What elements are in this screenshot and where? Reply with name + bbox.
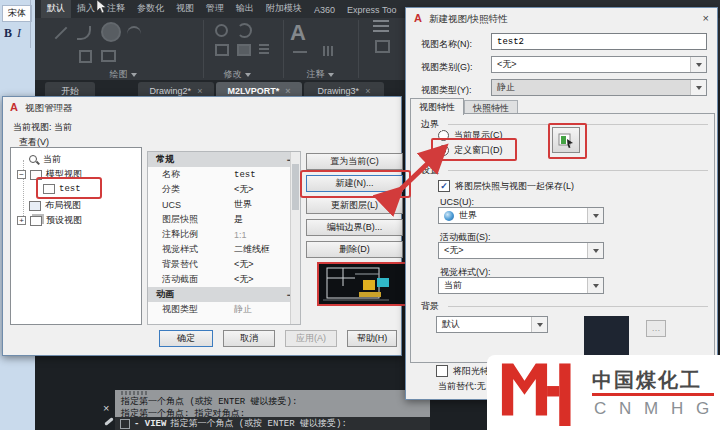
modify-rotate-icon[interactable] bbox=[237, 23, 252, 38]
cancel-button[interactable]: 取消 bbox=[223, 330, 275, 347]
tree-item-current[interactable]: 当前 bbox=[29, 153, 61, 166]
checkbox-icon[interactable]: ✓ bbox=[438, 180, 450, 192]
dialog-title: 新建视图/快照特性 bbox=[429, 12, 508, 25]
command-history[interactable]: 指定第一个角点 (或按 ENTER 键以接受): 指定第一个角点: 指定对角点: bbox=[115, 390, 430, 417]
collapse-icon[interactable]: − bbox=[17, 170, 26, 179]
view-type-combo[interactable]: 静止 bbox=[491, 79, 707, 96]
property-row: 分类<无> bbox=[148, 182, 300, 197]
delete-button[interactable]: 删除(D) bbox=[306, 241, 403, 258]
ribbon-tab-output[interactable]: 输出 bbox=[230, 0, 260, 18]
new-view-button[interactable]: 新建(N)... bbox=[306, 175, 403, 192]
close-icon[interactable]: × bbox=[197, 86, 202, 96]
radio-current-display[interactable]: 当前显示(C) bbox=[438, 129, 503, 141]
ribbon-tab-a360[interactable]: A360 bbox=[308, 2, 341, 18]
group-divider bbox=[448, 306, 708, 307]
close-icon[interactable]: × bbox=[285, 86, 290, 96]
checkbox-icon[interactable] bbox=[436, 365, 448, 377]
dimension-icon[interactable] bbox=[293, 51, 307, 53]
view-thumbnail bbox=[317, 262, 407, 306]
animation-section-header[interactable]: 动画− bbox=[148, 287, 300, 302]
modify-array-icon[interactable] bbox=[259, 44, 269, 54]
group-divider bbox=[448, 124, 708, 125]
ribbon-tab-view[interactable]: 视图 bbox=[170, 0, 200, 18]
layer-props-icon[interactable] bbox=[375, 40, 390, 53]
text-style-icon[interactable]: A bbox=[290, 20, 306, 46]
command-close-icon[interactable]: × bbox=[103, 402, 109, 414]
tree-item-layout-views[interactable]: 布局视图 bbox=[29, 199, 81, 212]
chevron-down-icon bbox=[245, 73, 251, 77]
dialog-title: 视图管理器 bbox=[25, 101, 73, 114]
bold-button[interactable]: B bbox=[4, 26, 12, 41]
modify-erase-icon[interactable] bbox=[215, 44, 229, 56]
drag-handle[interactable] bbox=[121, 391, 147, 395]
new-view-titlebar[interactable]: A 新建视图/快照特性 bbox=[406, 8, 720, 28]
scrollbar[interactable] bbox=[290, 152, 300, 324]
radio-icon[interactable] bbox=[438, 145, 449, 156]
view-manager-titlebar[interactable]: A 视图管理器 bbox=[3, 97, 408, 117]
radio-define-window[interactable]: 定义窗口(D) bbox=[438, 144, 503, 156]
tree-item-model-views[interactable]: − 模型视图 bbox=[17, 168, 82, 181]
pick-window-button[interactable] bbox=[552, 127, 580, 153]
expand-icon[interactable]: + bbox=[17, 216, 26, 225]
view-tree[interactable]: 当前 − 模型视图 test 布局视图 + 预设视图 bbox=[10, 147, 142, 325]
draw-polyline-icon[interactable] bbox=[77, 26, 91, 40]
background-combo[interactable]: 默认 bbox=[436, 316, 548, 333]
modify-move-icon[interactable] bbox=[215, 24, 228, 37]
command-prompt: 指定第一个角点 (或按 ENTER 键以接受): bbox=[170, 418, 346, 430]
italic-button[interactable]: I bbox=[17, 26, 21, 41]
tree-item-test[interactable]: test bbox=[43, 184, 81, 194]
ribbon-tab-default[interactable]: 默认 bbox=[41, 0, 71, 18]
globe-icon bbox=[444, 211, 454, 221]
screenshot-root: 宋体 B I 默认 插入 注释 参数化 视图 管理 输出 附加模块 A360 E… bbox=[0, 0, 720, 430]
visual-style-combo[interactable]: 当前 bbox=[438, 277, 604, 294]
set-current-button[interactable]: 置为当前(C) bbox=[306, 153, 403, 170]
command-input-line[interactable]: - VIEW 指定第一个角点 (或按 ENTER 键以接受): bbox=[115, 417, 430, 430]
view-properties-panel: 常规− 名称test 分类<无> UCS世界 图层快照是 注释比例1:1 视觉样… bbox=[147, 151, 301, 325]
view-name-input[interactable]: test2 bbox=[491, 33, 707, 50]
draw-hatch-icon[interactable] bbox=[79, 50, 92, 63]
general-section-header[interactable]: 常规− bbox=[148, 152, 300, 167]
tab-view-properties[interactable]: 视图特性 bbox=[410, 98, 464, 115]
edit-boundaries-button[interactable]: 编辑边界(B)... bbox=[306, 219, 403, 236]
draw-rect-icon[interactable] bbox=[101, 50, 116, 62]
background-more-button[interactable]: … bbox=[646, 320, 666, 337]
toolbar-divider bbox=[30, 0, 31, 48]
draw-arc-icon[interactable] bbox=[127, 26, 141, 42]
draw-line-icon[interactable] bbox=[55, 27, 68, 40]
layer-snapshot-checkbox[interactable]: ✓ 将图层快照与视图一起保存(L) bbox=[438, 180, 574, 192]
update-layers-button[interactable]: 更新图层(L) bbox=[306, 197, 403, 214]
command-icon bbox=[120, 419, 130, 429]
table-icon[interactable] bbox=[323, 46, 334, 56]
chevron-down-icon bbox=[690, 57, 706, 72]
draw-circle-icon[interactable] bbox=[101, 22, 121, 42]
wrench-icon[interactable] bbox=[104, 417, 114, 426]
live-section-combo[interactable]: <无> bbox=[438, 242, 604, 259]
chevron-down-icon bbox=[131, 73, 137, 77]
group-divider bbox=[448, 170, 708, 171]
ribbon-tab-addins[interactable]: 附加模块 bbox=[260, 0, 308, 18]
pick-window-icon bbox=[558, 132, 574, 148]
new-view-dialog: A 新建视图/快照特性 × 视图名称(N): test2 视图类别(G): <无… bbox=[405, 7, 718, 400]
current-view-line: 当前视图: 当前 bbox=[13, 121, 72, 133]
font-name-box[interactable]: 宋体 bbox=[2, 5, 32, 22]
property-row: 视觉样式二维线框 bbox=[148, 242, 300, 257]
tree-item-preset-views[interactable]: + 预设视图 bbox=[17, 214, 82, 227]
close-icon[interactable]: × bbox=[365, 86, 370, 96]
autocad-logo-icon: A bbox=[414, 12, 422, 24]
apply-button[interactable]: 应用(A) bbox=[285, 330, 337, 347]
close-icon[interactable]: × bbox=[703, 12, 709, 24]
ribbon-tab-express[interactable]: Express Too bbox=[341, 2, 402, 18]
radio-icon[interactable] bbox=[438, 130, 449, 141]
scrollbar-thumb[interactable] bbox=[292, 164, 299, 210]
help-button[interactable]: 帮助(H) bbox=[347, 330, 397, 347]
ribbon-tab-manage[interactable]: 管理 bbox=[200, 0, 230, 18]
modify-mirror-icon[interactable] bbox=[237, 44, 251, 56]
boundary-group-label: 边界 bbox=[418, 118, 442, 131]
ucs-combo[interactable]: 世界 bbox=[438, 207, 604, 224]
ribbon-tab-parametric[interactable]: 参数化 bbox=[131, 0, 170, 18]
background-preview-swatch bbox=[584, 316, 629, 358]
property-row: UCS世界 bbox=[148, 197, 300, 212]
layers-icon[interactable] bbox=[373, 20, 389, 32]
view-category-combo[interactable]: <无> bbox=[491, 56, 707, 73]
ok-button[interactable]: 确定 bbox=[159, 330, 213, 347]
